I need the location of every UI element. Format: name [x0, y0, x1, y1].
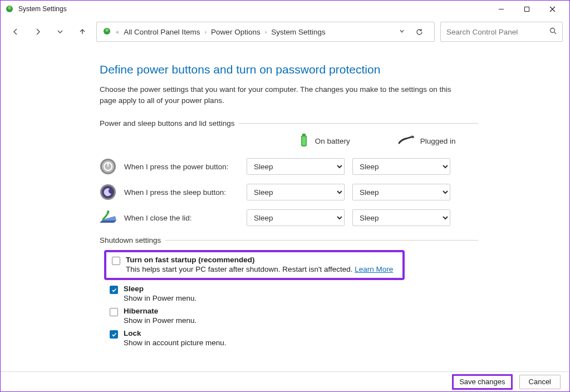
power-button-icon	[100, 158, 116, 175]
minimize-button[interactable]	[488, 1, 514, 17]
svg-point-13	[411, 136, 414, 138]
breadcrumb-item[interactable]: All Control Panel Items	[124, 28, 200, 36]
lock-checkbox[interactable]	[110, 330, 118, 339]
save-changes-button[interactable]: Save changes	[452, 374, 512, 390]
nav-row: « All Control Panel Items › Power Option…	[1, 17, 569, 46]
footer-bar: Save changes Cancel	[1, 371, 569, 391]
row-label: When I press the power button:	[124, 163, 247, 171]
sleep-button-battery-select[interactable]: Sleep	[247, 184, 345, 200]
sleep-button-plugged-select[interactable]: Sleep	[352, 184, 450, 200]
power-button-battery-select[interactable]: Sleep	[247, 158, 345, 175]
breadcrumb-item[interactable]: Power Options	[211, 28, 261, 36]
up-button[interactable]	[74, 23, 91, 40]
address-bar[interactable]: « All Control Panel Items › Power Option…	[96, 22, 435, 42]
chevron-right-icon: ›	[204, 28, 207, 35]
column-on-battery: On battery	[273, 133, 376, 149]
svg-point-8	[551, 28, 555, 33]
column-label: Plugged in	[420, 137, 456, 145]
close-button[interactable]	[539, 1, 565, 17]
forward-button[interactable]	[30, 23, 46, 40]
search-input[interactable]	[446, 28, 557, 36]
address-dropdown-icon[interactable]	[399, 28, 405, 36]
page-description: Choose the power settings that you want …	[100, 84, 461, 106]
control-panel-icon	[102, 27, 111, 37]
recent-button[interactable]	[52, 23, 68, 40]
item-description: Show in Power menu.	[124, 316, 196, 325]
item-title: Turn on fast startup (recommended)	[126, 256, 393, 264]
item-title: Hibernate	[124, 307, 196, 315]
item-description: Show in account picture menu.	[124, 339, 227, 347]
search-icon	[549, 27, 557, 36]
shutdown-item-hibernate: Hibernate Show in Power menu.	[110, 307, 478, 325]
row-label: When I press the sleep button:	[124, 188, 247, 197]
close-lid-battery-select[interactable]: Sleep	[247, 209, 345, 226]
back-button[interactable]	[7, 23, 24, 40]
titlebar: System Settings	[1, 1, 569, 17]
laptop-lid-icon	[100, 209, 116, 226]
breadcrumb-item[interactable]: System Settings	[271, 28, 326, 36]
section-header-label: Power and sleep buttons and lid settings	[100, 119, 234, 128]
shutdown-item-lock: Lock Show in account picture menu.	[110, 329, 478, 347]
learn-more-link[interactable]: Learn More	[355, 265, 393, 273]
item-description: Show in Power menu.	[124, 294, 196, 302]
item-title: Lock	[124, 329, 227, 337]
svg-rect-12	[302, 136, 306, 145]
close-lid-plugged-select[interactable]: Sleep	[352, 209, 450, 226]
cancel-button[interactable]: Cancel	[519, 375, 561, 389]
svg-rect-3	[524, 7, 529, 11]
power-button-plugged-select[interactable]: Sleep	[352, 158, 450, 175]
column-plugged-in: Plugged in	[375, 135, 478, 147]
page-title: Define power buttons and turn on passwor…	[100, 63, 478, 76]
search-box[interactable]	[440, 22, 563, 42]
power-column-headers: On battery Plugged in	[100, 133, 478, 149]
row-label: When I close the lid:	[124, 214, 247, 222]
content-area: Define power buttons and turn on passwor…	[1, 46, 569, 371]
shutdown-item-fast-startup: Turn on fast startup (recommended) This …	[112, 256, 397, 273]
row-power-button: When I press the power button: Sleep Sle…	[100, 158, 478, 175]
row-close-lid: When I close the lid: Sleep Sleep	[100, 209, 478, 226]
refresh-button[interactable]	[410, 28, 429, 36]
svg-line-9	[554, 32, 557, 35]
section-power-buttons-header: Power and sleep buttons and lid settings	[100, 119, 478, 128]
battery-icon	[298, 133, 309, 149]
window-title: System Settings	[18, 5, 67, 13]
sleep-checkbox[interactable]	[110, 286, 118, 294]
highlight-fast-startup: Turn on fast startup (recommended) This …	[104, 250, 405, 280]
chevron-right-icon: ›	[265, 28, 267, 35]
breadcrumb-prefix: «	[116, 28, 119, 35]
app-icon	[5, 4, 14, 13]
item-title: Sleep	[124, 285, 196, 293]
column-label: On battery	[315, 137, 350, 145]
section-shutdown-header: Shutdown settings	[100, 236, 478, 244]
plug-icon	[398, 135, 415, 147]
svg-point-1	[8, 6, 11, 9]
shutdown-item-sleep: Sleep Show in Power menu.	[110, 285, 478, 302]
svg-point-7	[105, 28, 109, 32]
item-description: This helps start your PC faster after sh…	[126, 265, 393, 273]
hibernate-checkbox[interactable]	[110, 308, 118, 316]
fast-startup-checkbox[interactable]	[112, 257, 120, 265]
window-frame: System Settings « All Control Panel Item…	[0, 0, 570, 392]
maximize-button[interactable]	[514, 1, 539, 17]
section-header-label: Shutdown settings	[100, 236, 161, 244]
svg-rect-11	[302, 134, 306, 136]
sleep-button-icon	[100, 184, 116, 200]
row-sleep-button: When I press the sleep button: Sleep Sle…	[100, 184, 478, 200]
